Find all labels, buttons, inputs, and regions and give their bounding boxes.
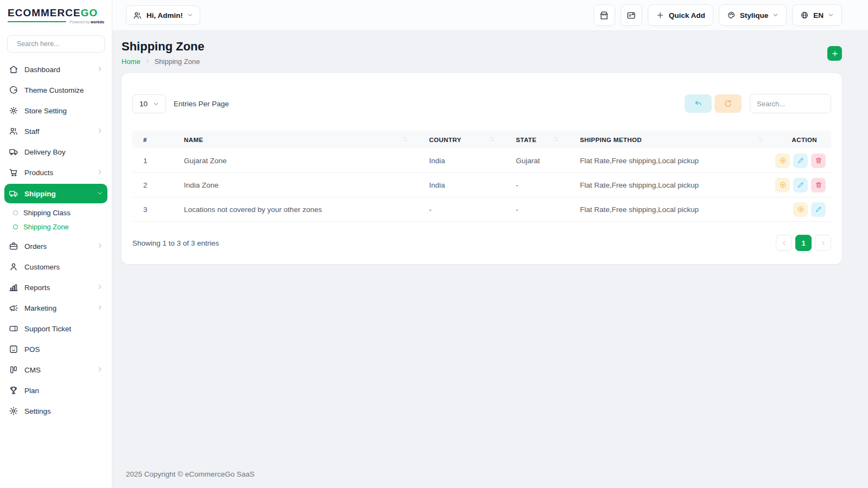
pencil-icon [797, 181, 805, 189]
refresh-button[interactable] [714, 94, 742, 113]
sidebar-item-pos[interactable]: POS [4, 339, 107, 359]
chevron-down-icon [97, 189, 103, 198]
sidebar-item-support-ticket[interactable]: Support Ticket [4, 318, 107, 339]
entries-per-page-select[interactable]: 10 [132, 94, 166, 113]
delete-button[interactable] [811, 153, 826, 168]
cms-icon [9, 365, 18, 375]
undo-button[interactable] [685, 94, 712, 113]
cell-name: Gujarat Zone [173, 157, 418, 165]
shipping-zone-card: 10 Entries Per Page [122, 73, 842, 264]
view-button[interactable] [793, 202, 808, 217]
sort-icon [488, 136, 495, 144]
sidebar-item-shipping[interactable]: Shipping [4, 184, 107, 203]
sidebar-item-orders[interactable]: Orders [4, 236, 107, 256]
shipping-truck-icon [9, 189, 18, 198]
cell-number: 1 [132, 157, 173, 165]
page-title: Shipping Zone [122, 40, 205, 54]
column-header-country[interactable]: COUNTRY [418, 136, 505, 144]
sidebar-item-marketing[interactable]: Marketing [4, 298, 107, 318]
sidebar-item-shipping-class[interactable]: Shipping Class [4, 206, 107, 220]
theme-select-button[interactable]: Stylique [719, 4, 787, 26]
copyright-footer: 2025 Copyright © eCommerceGo SaaS [112, 461, 868, 488]
sidebar-item-store-setting[interactable]: Store Setting [4, 100, 107, 121]
user-icon [9, 262, 18, 272]
refresh-icon [724, 99, 732, 108]
sidebar-item-delivery-boy[interactable]: Delivery Boy [4, 142, 107, 162]
pencil-icon [815, 206, 822, 213]
briefcase-icon [9, 241, 18, 251]
app-root: ECOMMERCEGO Powered by workdo Dashboard … [0, 0, 868, 488]
sidebar-item-products[interactable]: Products [4, 162, 107, 183]
undo-icon [694, 99, 703, 108]
view-button[interactable] [775, 178, 790, 192]
table-header-row: # NAME COUNTRY STATE SHIPPING METHOD ACT… [132, 131, 831, 149]
pagination-prev-button[interactable] [776, 235, 792, 251]
eye-icon [779, 181, 787, 189]
chevron-right-icon [97, 365, 103, 375]
chevron-right-icon [820, 240, 826, 246]
chevron-right-icon [97, 65, 103, 74]
column-header-state[interactable]: STATE [505, 136, 569, 144]
view-button[interactable] [775, 153, 790, 168]
profile-dropdown-button[interactable]: Hi, Admin! [126, 5, 200, 25]
eye-icon [797, 206, 805, 213]
sidebar-item-customers[interactable]: Customers [4, 256, 107, 277]
trophy-icon [9, 386, 18, 395]
gear-icon [9, 406, 18, 416]
sidebar-search-input[interactable] [17, 40, 104, 48]
breadcrumb-home-link[interactable]: Home [122, 57, 141, 66]
plus-icon [831, 50, 839, 57]
eye-icon [779, 157, 787, 164]
row-actions [774, 202, 831, 217]
cell-country: India [418, 157, 505, 165]
sidebar-item-cms[interactable]: CMS [4, 359, 107, 380]
sidebar-item-staff[interactable]: Staff [4, 121, 107, 142]
language-select-button[interactable]: EN [792, 4, 842, 26]
column-header-name[interactable]: NAME [173, 136, 418, 144]
pagination-page-1-button[interactable]: 1 [795, 235, 812, 251]
sidebar-menu: Dashboard Theme Customize Store Setting … [0, 58, 112, 488]
card-view-button[interactable] [621, 4, 642, 26]
pagination-next-button[interactable] [815, 235, 831, 251]
table-search-input[interactable] [750, 94, 831, 113]
chevron-down-icon [187, 11, 193, 20]
quick-add-button[interactable]: Quick Add [648, 4, 713, 26]
storefront-icon [599, 10, 609, 21]
delete-button[interactable] [811, 178, 826, 192]
theme-icon [9, 85, 18, 95]
chevron-right-icon [97, 303, 103, 313]
edit-button[interactable] [793, 153, 808, 168]
cell-state: - [505, 206, 569, 214]
entries-summary: Showing 1 to 3 of 3 entries [132, 239, 219, 247]
column-header-number: # [132, 137, 173, 143]
sidebar-item-shipping-zone[interactable]: Shipping Zone [4, 220, 107, 234]
pos-icon [9, 344, 18, 354]
storefront-button[interactable] [593, 4, 615, 26]
page-content: Shipping Zone Home Shipping Zone 10 [112, 31, 868, 461]
sidebar-search [7, 35, 105, 53]
chevron-down-icon [153, 101, 159, 107]
edit-button[interactable] [811, 202, 826, 217]
brand-name-accent: GO [81, 7, 98, 18]
add-shipping-zone-button[interactable] [827, 46, 842, 61]
breadcrumb: Home Shipping Zone [122, 57, 205, 66]
cart-icon [9, 168, 18, 177]
brand-logo[interactable]: ECOMMERCEGO Powered by workdo [0, 0, 112, 31]
edit-button[interactable] [793, 178, 808, 192]
plus-icon [656, 11, 665, 20]
theme-name: Stylique [740, 11, 769, 20]
table-row: 1 Gujarat Zone India Gujarat Flat Rate,F… [132, 149, 831, 173]
row-actions [774, 178, 831, 192]
brand-name: ECOMMERCEGO [8, 8, 104, 18]
sidebar-item-reports[interactable]: Reports [4, 277, 107, 298]
table-controls-right [685, 94, 831, 113]
sidebar-item-dashboard[interactable]: Dashboard [4, 59, 107, 80]
pencil-icon [797, 157, 805, 164]
card-icon [626, 10, 636, 21]
column-header-shipping-method[interactable]: SHIPPING METHOD [569, 136, 774, 144]
bullet-ring-icon [13, 224, 18, 229]
table-footer: Showing 1 to 3 of 3 entries 1 [132, 235, 831, 251]
sidebar-item-plan[interactable]: Plan [4, 380, 107, 401]
sidebar-item-theme-customize[interactable]: Theme Customize [4, 80, 107, 100]
sidebar-item-settings[interactable]: Settings [4, 401, 107, 421]
